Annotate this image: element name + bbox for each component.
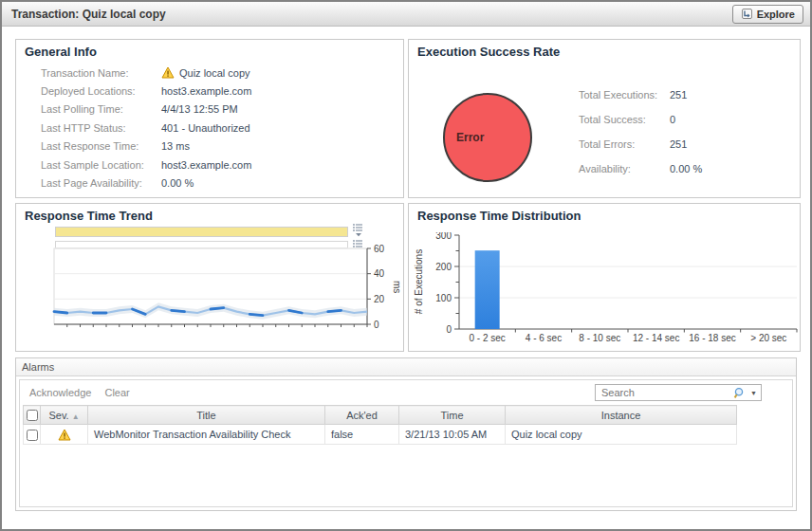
trend-line-segment xyxy=(328,310,341,311)
alarm-acked-cell: false xyxy=(325,425,399,445)
clear-button[interactable]: Clear xyxy=(104,387,129,398)
info-label: Last HTTP Status: xyxy=(41,121,161,135)
general-info-panel: General Info Transaction Name: xyxy=(15,39,404,198)
y-axis-title: # of Executions xyxy=(414,249,424,314)
x-tick-label: 12 - 14 sec xyxy=(633,333,679,343)
info-value: Quiz local copy xyxy=(161,66,250,80)
row-select-cell xyxy=(24,425,41,445)
general-info-list: Transaction Name: Quiz local copy xyxy=(16,64,403,192)
x-tick-label: > 20 sec xyxy=(750,333,786,343)
stat-label: Total Executions: xyxy=(579,89,670,101)
x-tick-label: 4 - 6 sec xyxy=(526,333,562,343)
page-header: Transaction: Quiz local copy Explore xyxy=(2,2,810,27)
stat-value: 251 xyxy=(670,138,687,151)
info-label: Deployed Locations: xyxy=(41,84,161,98)
y-tick-label: 100 xyxy=(435,293,452,303)
info-label: Last Polling Time: xyxy=(41,102,161,116)
acknowledge-button[interactable]: Acknowledge xyxy=(29,387,91,398)
info-value: 0.00 % xyxy=(161,176,194,190)
stat-row: Total Errors: 251 xyxy=(579,138,702,151)
alarm-time-cell: 3/21/13 10:05 AM xyxy=(399,425,506,445)
stat-row: Total Success: 0 xyxy=(579,114,702,126)
bar xyxy=(475,250,500,329)
info-label: Transaction Name: xyxy=(41,66,161,80)
row-checkbox[interactable] xyxy=(27,430,38,441)
alarms-header-row: Sev.▲ Title Ack'ed Time Instance xyxy=(24,406,737,425)
info-label: Last Sample Location: xyxy=(41,158,161,172)
panel-title: Response Time Trend xyxy=(16,204,403,223)
sort-ascending-icon: ▲ xyxy=(72,412,80,421)
y-axis-title: ms xyxy=(392,281,402,293)
select-all-cell xyxy=(24,406,41,425)
info-value: 401 - Unauthorized xyxy=(161,121,250,135)
y-tick-label: 40 xyxy=(374,268,385,279)
search-box: ▼ xyxy=(595,384,762,401)
column-header-instance[interactable]: Instance xyxy=(506,406,737,425)
warning-icon xyxy=(58,429,71,441)
info-value: 4/4/13 12:55 PM xyxy=(161,102,238,116)
response-time-trend-panel: Response Time Trend xyxy=(15,203,404,352)
execution-stats: Total Executions: 251 Total Success: 0 T… xyxy=(579,89,702,188)
distribution-bar-chart: 0100200300# of Executions0 - 2 sec4 - 6 … xyxy=(409,232,800,346)
x-tick-label: 16 - 18 sec xyxy=(689,333,735,343)
stat-row: Total Executions: 251 xyxy=(579,89,702,101)
stat-row: Availability: 0.00 % xyxy=(579,163,702,175)
stat-label: Total Success: xyxy=(579,114,670,126)
info-value: host3.example.com xyxy=(161,158,251,172)
trend-line-segment xyxy=(249,314,263,315)
app-window: Transaction: Quiz local copy Explore Gen… xyxy=(0,0,812,531)
severity-cell xyxy=(41,425,88,445)
explore-button[interactable]: Explore xyxy=(732,5,803,24)
info-row: Deployed Locations: host3.example.com xyxy=(16,82,403,100)
threshold-band xyxy=(55,227,348,237)
execution-success-rate-panel: Execution Success Rate Error Total Execu… xyxy=(408,39,801,198)
info-row: Last Page Availability: 0.00 % xyxy=(16,174,403,192)
dashboard-content: General Info Transaction Name: xyxy=(2,27,810,511)
x-tick-label: 0 - 2 sec xyxy=(469,333,505,343)
alarms-title: Alarms xyxy=(22,361,54,373)
y-tick-label: 300 xyxy=(435,232,452,241)
page-title: Transaction: Quiz local copy xyxy=(9,8,166,21)
column-header-severity[interactable]: Sev.▲ xyxy=(41,406,88,425)
search-icon[interactable] xyxy=(733,387,747,399)
search-input[interactable] xyxy=(600,386,733,399)
stat-value: 0.00 % xyxy=(670,163,702,175)
stat-label: Availability: xyxy=(579,163,670,175)
column-header-time[interactable]: Time xyxy=(399,406,506,425)
stat-label: Total Errors: xyxy=(579,138,670,151)
panel-grid: General Info Transaction Name: xyxy=(15,39,797,352)
alarm-instance-cell: Quiz local copy xyxy=(506,425,737,445)
error-pie-chart: Error xyxy=(443,93,532,182)
search-options-arrow-icon[interactable]: ▼ xyxy=(750,390,757,396)
alarm-row[interactable]: WebMonitor Transaction Availability Chec… xyxy=(24,425,737,445)
y-tick-label: 0 xyxy=(446,324,452,335)
info-row: Transaction Name: Quiz local copy xyxy=(16,64,403,82)
alarms-body: Acknowledge Clear ▼ xyxy=(19,379,793,507)
select-all-checkbox[interactable] xyxy=(27,410,38,421)
stat-value: 0 xyxy=(670,114,675,126)
info-row: Last Response Time: 13 ms xyxy=(16,137,403,156)
alarms-table: Sev.▲ Title Ack'ed Time Instance xyxy=(23,405,737,445)
alarms-title-bar: Alarms xyxy=(16,358,796,376)
stat-value: 251 xyxy=(670,89,687,101)
alarms-toolbar: Acknowledge Clear ▼ xyxy=(20,380,792,405)
explore-label: Explore xyxy=(757,9,795,20)
x-tick-label: 8 - 10 sec xyxy=(579,333,620,343)
response-time-distribution-panel: Response Time Distribution 0100200300# o… xyxy=(408,203,801,352)
y-tick-label: 60 xyxy=(374,245,385,254)
column-header-acked[interactable]: Ack'ed xyxy=(325,406,399,425)
info-label: Last Page Availability: xyxy=(41,176,161,190)
chart-menu-icon[interactable] xyxy=(352,223,365,237)
info-row: Last Polling Time: 4/4/13 12:55 PM xyxy=(16,101,403,119)
warning-icon xyxy=(161,66,175,79)
trend-line-segment xyxy=(211,308,224,309)
panel-title: Response Time Distribution xyxy=(409,204,800,223)
info-value: 13 ms xyxy=(161,139,190,153)
panel-title: Execution Success Rate xyxy=(409,40,800,59)
trend-line-segment xyxy=(54,312,67,313)
y-tick-label: 0 xyxy=(374,320,379,330)
alarms-panel: Alarms Acknowledge Clear ▼ xyxy=(15,357,797,511)
trend-line-chart: 0204060ms xyxy=(16,245,403,351)
transaction-name: Quiz local copy xyxy=(179,66,250,80)
column-header-title[interactable]: Title xyxy=(88,406,325,425)
